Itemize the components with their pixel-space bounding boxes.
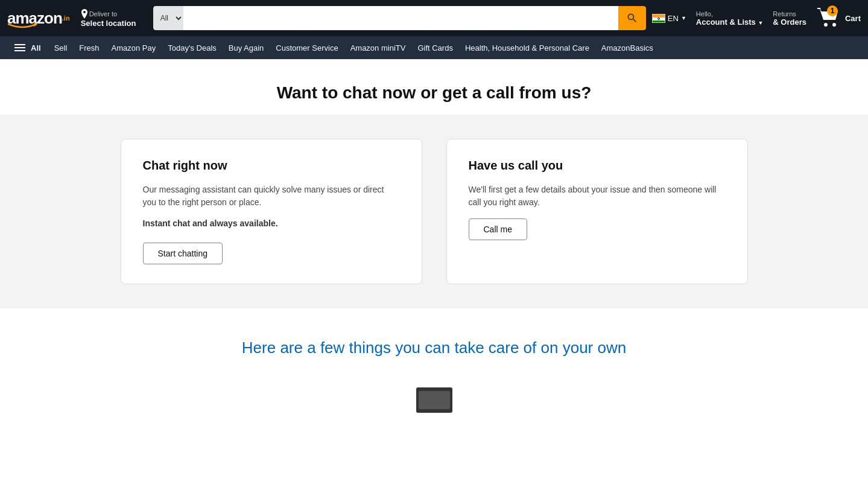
lang-chevron-icon: ▼ [681, 15, 686, 21]
call-card-description: We'll first get a few details about your… [469, 183, 726, 209]
search-bar: All [153, 6, 646, 30]
returns-top-label: Returns [773, 10, 806, 18]
search-icon [626, 12, 638, 24]
returns-orders[interactable]: Returns & Orders [773, 10, 806, 27]
cart-count-badge: 1 [827, 5, 838, 16]
bottom-icon-area [0, 375, 868, 425]
cart-label: Cart [845, 14, 861, 23]
amazon-logo[interactable]: amazon .in [7, 9, 70, 28]
svg-marker-0 [34, 23, 37, 27]
search-input[interactable] [183, 6, 618, 30]
nav-all-label: All [31, 43, 41, 53]
returns-label: & Orders [773, 18, 806, 27]
account-menu[interactable]: Hello, Account & Lists ▼ [696, 10, 764, 27]
device-icon [416, 387, 452, 413]
nav-item-minitv[interactable]: Amazon miniTV [344, 36, 412, 59]
nav-item-amazonbasics[interactable]: AmazonBasics [595, 36, 659, 59]
svg-point-2 [832, 23, 836, 27]
location-icon [81, 9, 88, 19]
deliver-label: Deliver to [81, 9, 117, 19]
nav-item-sell[interactable]: Sell [48, 36, 74, 59]
header: amazon .in Deliver to Select location Al… [0, 0, 868, 36]
page-main-title: Want to chat now or get a call from us? [12, 83, 856, 103]
self-service-title: Here are a few things you can take care … [97, 339, 771, 357]
chat-card-description: Our messaging assistant can quickly solv… [143, 183, 400, 209]
svg-point-1 [824, 23, 828, 27]
chat-card-title: Chat right now [143, 159, 400, 173]
nav-item-customer-service[interactable]: Customer Service [270, 36, 344, 59]
deliver-location: Select location [81, 19, 136, 28]
logo-smile-icon [7, 22, 37, 29]
navbar: All Sell Fresh Amazon Pay Today's Deals … [0, 36, 868, 59]
search-button[interactable] [618, 6, 646, 30]
device-screen [419, 391, 450, 409]
call-card-title: Have us call you [469, 159, 726, 173]
call-card: Have us call you We'll first get a few d… [446, 139, 748, 284]
deliver-to[interactable]: Deliver to Select location [81, 9, 147, 28]
nav-item-todays-deals[interactable]: Today's Deals [162, 36, 223, 59]
cards-section: Chat right now Our messaging assistant c… [0, 115, 868, 308]
cart[interactable]: 1 Cart [816, 8, 861, 28]
chat-card: Chat right now Our messaging assistant c… [121, 139, 422, 284]
nav-item-health[interactable]: Health, Household & Personal Care [459, 36, 595, 59]
header-right: EN ▼ Hello, Account & Lists ▼ Returns & … [652, 8, 861, 28]
nav-item-amazon-pay[interactable]: Amazon Pay [106, 36, 162, 59]
logo-suffix: .in [62, 14, 70, 22]
language-selector[interactable]: EN ▼ [652, 14, 686, 23]
call-me-button[interactable]: Call me [469, 218, 527, 240]
account-label: Account & Lists ▼ [696, 18, 764, 27]
account-hello: Hello, [696, 10, 764, 18]
chat-card-emphasis: Instant chat and always available. [143, 218, 400, 228]
nav-all[interactable]: All [7, 36, 48, 59]
start-chatting-button[interactable]: Start chatting [143, 243, 223, 264]
nav-item-buy-again[interactable]: Buy Again [223, 36, 270, 59]
search-category-select[interactable]: All [153, 6, 183, 30]
self-service-section: Here are a few things you can take care … [0, 308, 868, 375]
nav-item-gift-cards[interactable]: Gift Cards [411, 36, 459, 59]
hamburger-icon [14, 44, 25, 51]
india-flag-icon [652, 14, 665, 23]
main-title-section: Want to chat now or get a call from us? [0, 59, 868, 115]
nav-item-fresh[interactable]: Fresh [73, 36, 105, 59]
lang-code: EN [668, 14, 679, 23]
